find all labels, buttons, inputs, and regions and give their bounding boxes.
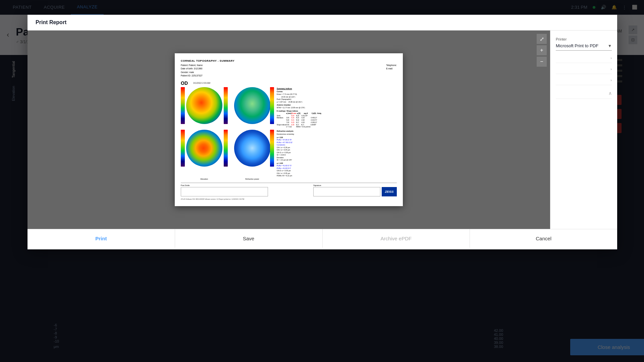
printer-dropdown-arrow: ▼ <box>608 44 612 48</box>
print-map-tangential <box>181 87 228 129</box>
modal-overlay: Print Report CORNEAL TOPOGRAPHY - SUMMAR… <box>0 0 644 362</box>
print-data-summary: Summary indices Cornea Kmax = 7.71 mm (4… <box>277 87 397 129</box>
dob-label: Date of birth: <box>181 67 193 70</box>
modal-header: Print Report <box>28 15 617 31</box>
modal-title: Print Report <box>36 19 66 25</box>
gender-label: Gender: <box>181 71 189 73</box>
zoom-controls: ⤢ + − <box>537 34 547 67</box>
printer-option-1[interactable]: › <box>556 56 612 63</box>
option-1-arrow: › <box>610 56 612 60</box>
print-date: 3/1/2022 2:03 AM <box>193 82 210 84</box>
print-map-label-axial: Refractive power <box>230 178 274 180</box>
print-map-tangential-2 <box>181 130 228 177</box>
print-button[interactable]: Print <box>28 229 175 248</box>
id-label: Patient ID: <box>181 74 191 77</box>
print-map-elevation-top <box>230 87 274 129</box>
printer-label: Printer <box>556 37 612 41</box>
preview-area: CORNEAL TOPOGRAPHY - SUMMARY Patient: Pa… <box>28 31 550 229</box>
printer-option-4[interactable]: ∧ <box>556 89 612 99</box>
print-signature-box <box>181 187 268 196</box>
zoom-in-button[interactable]: + <box>537 45 547 55</box>
print-post-smile-label: Post Smile <box>181 184 268 186</box>
print-zeiss-logo: ZEISS <box>382 187 397 196</box>
print-dob: 3/1/1980 <box>194 67 202 70</box>
printer-panel: Printer Microsoft Print to PDF ▼ › › <box>550 31 617 229</box>
expand-view-button[interactable]: ⤢ <box>537 34 547 44</box>
printer-selector[interactable]: Microsoft Print to PDF ▼ <box>556 43 612 51</box>
archive-epdf-button[interactable]: Archive ePDF <box>323 229 470 248</box>
printer-name: Microsoft Print to PDF <box>556 43 598 48</box>
zoom-out-button[interactable]: − <box>537 57 547 67</box>
printer-option-3[interactable]: › <box>556 78 612 85</box>
print-sig-section2: Signature ZEISS <box>313 184 397 196</box>
patient-label: Patient: <box>181 64 188 66</box>
modal-body: CORNEAL TOPOGRAPHY - SUMMARY Patient: Pa… <box>28 31 617 229</box>
cancel-button[interactable]: Cancel <box>470 229 617 248</box>
print-patient-name: Patient, Name <box>189 64 203 66</box>
option-3-arrow: › <box>610 78 612 82</box>
print-data-refractive: Refractive analysis Keratoconus screenin… <box>277 130 397 177</box>
print-map-label-tangential: Elevation <box>181 178 228 180</box>
option-expand-icon: ∧ <box>608 90 612 96</box>
print-atlas-footer: ATLAS Software S/N: 9801100008 Software … <box>181 198 244 200</box>
option-2-arrow: › <box>610 67 612 71</box>
print-signature-line <box>313 187 380 196</box>
printer-options: › › › ∧ <box>556 56 612 99</box>
save-button[interactable]: Save <box>175 229 323 248</box>
print-document: CORNEAL TOPOGRAPHY - SUMMARY Patient: Pa… <box>175 53 403 206</box>
print-meta-right: Telephone: E-mail: <box>386 64 397 78</box>
print-id: 225137327 <box>192 74 203 77</box>
printer-option-2[interactable]: › <box>556 67 612 74</box>
modal-footer: Print Save Archive ePDF Cancel <box>28 229 617 248</box>
print-signature-label: Signature <box>313 184 397 186</box>
print-od-label: OD <box>181 80 188 86</box>
print-report-modal: Print Report CORNEAL TOPOGRAPHY - SUMMAR… <box>28 15 617 249</box>
email-label: E-mail: <box>386 67 393 70</box>
print-footer-text: ATLAS Software S/N: 9801100008 Software … <box>181 198 397 200</box>
print-footer: Post Smile Signature ZEISS <box>181 183 397 196</box>
print-doc-title: CORNEAL TOPOGRAPHY - SUMMARY <box>181 59 397 62</box>
print-meta: Patient: Patient, Name Date of birth: 3/… <box>181 64 397 78</box>
print-signature-section: Post Smile <box>181 184 268 196</box>
print-meta-left: Patient: Patient, Name Date of birth: 3/… <box>181 64 203 78</box>
print-map-elevation-bottom <box>230 130 274 177</box>
print-gender: male <box>189 71 194 73</box>
telephone-label: Telephone: <box>386 64 397 66</box>
